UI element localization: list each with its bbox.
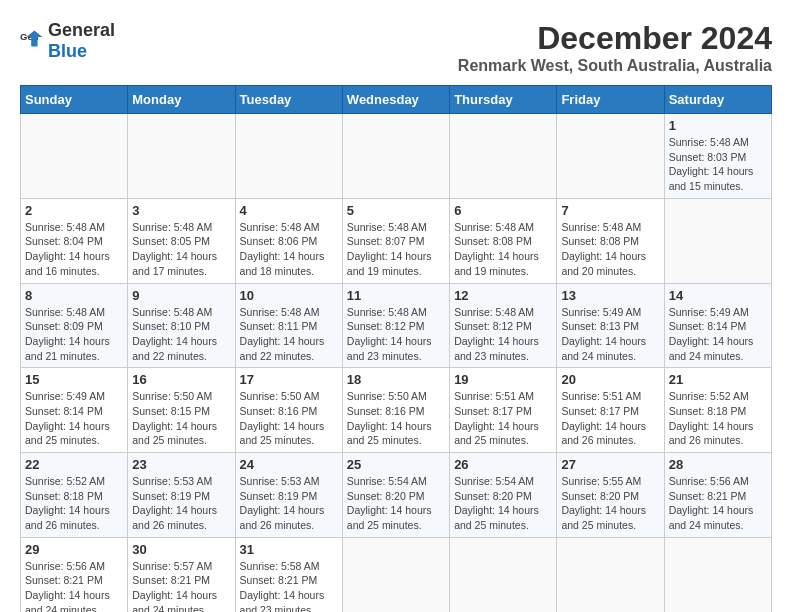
title-section: December 2024 Renmark West, South Austra… (458, 20, 772, 75)
calendar-header-row: Sunday Monday Tuesday Wednesday Thursday… (21, 86, 772, 114)
day-info: Sunrise: 5:48 AMSunset: 8:11 PMDaylight:… (240, 305, 338, 364)
day-number: 12 (454, 288, 552, 303)
col-monday: Monday (128, 86, 235, 114)
day-number: 7 (561, 203, 659, 218)
day-info: Sunrise: 5:48 AMSunset: 8:08 PMDaylight:… (561, 220, 659, 279)
day-number: 25 (347, 457, 445, 472)
day-info: Sunrise: 5:50 AMSunset: 8:16 PMDaylight:… (347, 389, 445, 448)
day-number: 2 (25, 203, 123, 218)
calendar-week-2: 2Sunrise: 5:48 AMSunset: 8:04 PMDaylight… (21, 198, 772, 283)
subtitle: Renmark West, South Australia, Australia (458, 57, 772, 75)
day-number: 17 (240, 372, 338, 387)
table-row: 29Sunrise: 5:56 AMSunset: 8:21 PMDayligh… (21, 537, 128, 612)
empty-cell (21, 114, 128, 199)
table-row: 30Sunrise: 5:57 AMSunset: 8:21 PMDayligh… (128, 537, 235, 612)
logo-general: General (48, 20, 115, 40)
day-info: Sunrise: 5:51 AMSunset: 8:17 PMDaylight:… (454, 389, 552, 448)
day-number: 28 (669, 457, 767, 472)
table-row: 22Sunrise: 5:52 AMSunset: 8:18 PMDayligh… (21, 453, 128, 538)
table-row: 10Sunrise: 5:48 AMSunset: 8:11 PMDayligh… (235, 283, 342, 368)
day-number: 22 (25, 457, 123, 472)
day-number: 8 (25, 288, 123, 303)
day-info: Sunrise: 5:57 AMSunset: 8:21 PMDaylight:… (132, 559, 230, 612)
day-number: 16 (132, 372, 230, 387)
day-number: 10 (240, 288, 338, 303)
empty-cell (450, 114, 557, 199)
table-row (342, 537, 449, 612)
table-row: 19Sunrise: 5:51 AMSunset: 8:17 PMDayligh… (450, 368, 557, 453)
day-info: Sunrise: 5:51 AMSunset: 8:17 PMDaylight:… (561, 389, 659, 448)
day-number: 21 (669, 372, 767, 387)
day-number: 20 (561, 372, 659, 387)
table-row: 9Sunrise: 5:48 AMSunset: 8:10 PMDaylight… (128, 283, 235, 368)
day-info: Sunrise: 5:48 AMSunset: 8:05 PMDaylight:… (132, 220, 230, 279)
day-number: 6 (454, 203, 552, 218)
col-tuesday: Tuesday (235, 86, 342, 114)
table-row: 8Sunrise: 5:48 AMSunset: 8:09 PMDaylight… (21, 283, 128, 368)
day-info: Sunrise: 5:54 AMSunset: 8:20 PMDaylight:… (347, 474, 445, 533)
day-number: 13 (561, 288, 659, 303)
day-number: 26 (454, 457, 552, 472)
table-row: 27Sunrise: 5:55 AMSunset: 8:20 PMDayligh… (557, 453, 664, 538)
day-number: 11 (347, 288, 445, 303)
col-friday: Friday (557, 86, 664, 114)
table-row: 20Sunrise: 5:51 AMSunset: 8:17 PMDayligh… (557, 368, 664, 453)
table-row: 25Sunrise: 5:54 AMSunset: 8:20 PMDayligh… (342, 453, 449, 538)
day-number: 3 (132, 203, 230, 218)
day-number: 1 (669, 118, 767, 133)
table-row: 13Sunrise: 5:49 AMSunset: 8:13 PMDayligh… (557, 283, 664, 368)
day-number: 29 (25, 542, 123, 557)
table-row: 15Sunrise: 5:49 AMSunset: 8:14 PMDayligh… (21, 368, 128, 453)
table-row: 2Sunrise: 5:48 AMSunset: 8:04 PMDaylight… (21, 198, 128, 283)
table-row: 17Sunrise: 5:50 AMSunset: 8:16 PMDayligh… (235, 368, 342, 453)
empty-cell (128, 114, 235, 199)
table-row: 14Sunrise: 5:49 AMSunset: 8:14 PMDayligh… (664, 283, 771, 368)
day-number: 23 (132, 457, 230, 472)
calendar-week-6: 29Sunrise: 5:56 AMSunset: 8:21 PMDayligh… (21, 537, 772, 612)
empty-cell (557, 114, 664, 199)
day-info: Sunrise: 5:48 AMSunset: 8:12 PMDaylight:… (454, 305, 552, 364)
col-saturday: Saturday (664, 86, 771, 114)
day-info: Sunrise: 5:49 AMSunset: 8:13 PMDaylight:… (561, 305, 659, 364)
calendar-week-4: 15Sunrise: 5:49 AMSunset: 8:14 PMDayligh… (21, 368, 772, 453)
col-wednesday: Wednesday (342, 86, 449, 114)
day-number: 14 (669, 288, 767, 303)
logo-icon: Gen (20, 29, 44, 53)
empty-cell (235, 114, 342, 199)
day-number: 4 (240, 203, 338, 218)
day-number: 30 (132, 542, 230, 557)
table-row (557, 537, 664, 612)
day-info: Sunrise: 5:52 AMSunset: 8:18 PMDaylight:… (669, 389, 767, 448)
day-info: Sunrise: 5:50 AMSunset: 8:16 PMDaylight:… (240, 389, 338, 448)
day-number: 18 (347, 372, 445, 387)
empty-cell (342, 114, 449, 199)
table-row: 28Sunrise: 5:56 AMSunset: 8:21 PMDayligh… (664, 453, 771, 538)
day-number: 15 (25, 372, 123, 387)
calendar-week-3: 8Sunrise: 5:48 AMSunset: 8:09 PMDaylight… (21, 283, 772, 368)
day-info: Sunrise: 5:53 AMSunset: 8:19 PMDaylight:… (132, 474, 230, 533)
logo: Gen General Blue (20, 20, 115, 62)
table-row: 7Sunrise: 5:48 AMSunset: 8:08 PMDaylight… (557, 198, 664, 283)
table-row: 11Sunrise: 5:48 AMSunset: 8:12 PMDayligh… (342, 283, 449, 368)
day-info: Sunrise: 5:48 AMSunset: 8:04 PMDaylight:… (25, 220, 123, 279)
day-number: 9 (132, 288, 230, 303)
day-info: Sunrise: 5:54 AMSunset: 8:20 PMDaylight:… (454, 474, 552, 533)
table-row: 16Sunrise: 5:50 AMSunset: 8:15 PMDayligh… (128, 368, 235, 453)
day-info: Sunrise: 5:48 AMSunset: 8:08 PMDaylight:… (454, 220, 552, 279)
table-row: 3Sunrise: 5:48 AMSunset: 8:05 PMDaylight… (128, 198, 235, 283)
logo-text: General Blue (48, 20, 115, 62)
day-info: Sunrise: 5:56 AMSunset: 8:21 PMDaylight:… (669, 474, 767, 533)
day-info: Sunrise: 5:48 AMSunset: 8:10 PMDaylight:… (132, 305, 230, 364)
table-row: 6Sunrise: 5:48 AMSunset: 8:08 PMDaylight… (450, 198, 557, 283)
day-number: 27 (561, 457, 659, 472)
table-row (664, 537, 771, 612)
day-info: Sunrise: 5:49 AMSunset: 8:14 PMDaylight:… (669, 305, 767, 364)
day-number: 5 (347, 203, 445, 218)
main-title: December 2024 (458, 20, 772, 57)
table-row: 12Sunrise: 5:48 AMSunset: 8:12 PMDayligh… (450, 283, 557, 368)
logo-blue: Blue (48, 41, 87, 61)
day-info: Sunrise: 5:48 AMSunset: 8:12 PMDaylight:… (347, 305, 445, 364)
table-row (450, 537, 557, 612)
day-info: Sunrise: 5:49 AMSunset: 8:14 PMDaylight:… (25, 389, 123, 448)
day-info: Sunrise: 5:52 AMSunset: 8:18 PMDaylight:… (25, 474, 123, 533)
